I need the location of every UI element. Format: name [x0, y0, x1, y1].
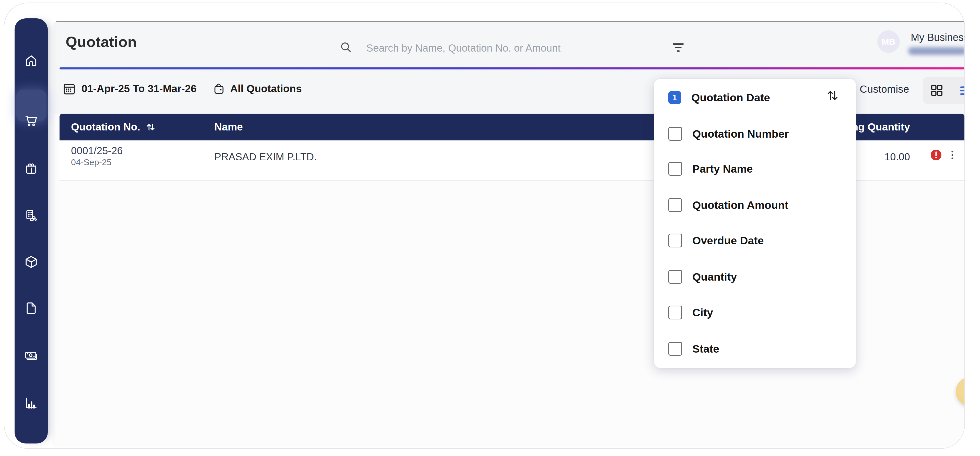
sort-option-quotation-amount[interactable]: Quotation Amount	[668, 193, 842, 217]
list-view-icon[interactable]	[959, 84, 965, 97]
sort-option-quantity[interactable]: Quantity	[668, 265, 842, 289]
sidebar	[14, 18, 48, 443]
gradient-divider	[59, 67, 964, 70]
avatar[interactable]: MB	[877, 30, 900, 53]
business-name: My Business	[911, 32, 965, 43]
sidebar-item-sale[interactable]	[14, 106, 48, 135]
column-header-quotation-no[interactable]: Quotation No.	[71, 114, 157, 140]
sidebar-item-purchase[interactable]	[14, 153, 48, 183]
cell-party-name: PRASAD EXIM P.LTD.	[214, 151, 317, 163]
cash-icon	[24, 348, 38, 363]
quotation-type-icon	[212, 82, 226, 95]
column-header-name[interactable]: Name	[214, 114, 243, 140]
bag-icon	[24, 161, 38, 176]
building-coins-icon	[24, 208, 38, 223]
checkbox[interactable]	[668, 306, 682, 319]
app-window: Quotation MB My Business 01-Apr-25 To 31…	[4, 3, 965, 449]
checkbox[interactable]	[668, 162, 682, 176]
checkbox[interactable]	[668, 127, 682, 141]
calendar-icon	[62, 82, 76, 96]
sort-direction-icon[interactable]	[825, 88, 840, 103]
sort-option-quotation-date[interactable]: 1 Quotation Date	[668, 85, 842, 110]
sort-rank-badge: 1	[668, 91, 681, 104]
checkbox[interactable]	[668, 198, 682, 212]
search-input[interactable]	[366, 39, 643, 57]
cell-quotation-date: 04-Sep-25	[71, 157, 111, 167]
grid-view-icon[interactable]	[930, 83, 944, 97]
quotation-type-filter[interactable]: All Quotations	[230, 83, 302, 95]
sort-icon[interactable]	[145, 121, 157, 133]
sidebar-item-parties[interactable]	[14, 201, 48, 230]
filter-icon[interactable]	[671, 40, 686, 55]
page-title: Quotation	[66, 33, 137, 50]
row-menu-icon[interactable]	[946, 149, 959, 161]
sidebar-item-reports[interactable]	[14, 388, 48, 418]
sidebar-item-documents[interactable]	[14, 293, 48, 323]
cell-pending-quantity: 10.00	[885, 151, 910, 163]
customise-button[interactable]: Customise	[860, 83, 909, 95]
home-icon	[24, 53, 38, 68]
sort-option-city[interactable]: City	[668, 300, 842, 325]
sidebar-item-home[interactable]	[14, 46, 48, 76]
sort-option-party-name[interactable]: Party Name	[668, 157, 842, 181]
bar-chart-icon	[24, 396, 38, 411]
business-contact-redacted	[908, 47, 965, 55]
checkbox[interactable]	[668, 270, 682, 284]
sort-option-state[interactable]: State	[668, 337, 842, 361]
checkbox[interactable]	[668, 342, 682, 356]
checkbox[interactable]	[668, 234, 682, 248]
date-range-filter[interactable]: 01-Apr-25 To 31-Mar-26	[81, 83, 196, 95]
cell-quotation-no: 0001/25-26	[71, 145, 123, 157]
sidebar-item-cash-bank[interactable]	[14, 341, 48, 370]
alert-badge-icon	[930, 149, 942, 161]
package-icon	[24, 254, 38, 269]
cart-icon	[24, 113, 38, 128]
sort-option-overdue-date[interactable]: Overdue Date	[668, 228, 842, 253]
sort-dropdown-menu: 1 Quotation Date Quotation Number Party …	[654, 79, 856, 368]
sort-option-quotation-number[interactable]: Quotation Number	[668, 122, 842, 146]
avatar-initials: MB	[882, 37, 896, 47]
sidebar-item-items[interactable]	[14, 247, 48, 277]
search-icon	[339, 41, 353, 54]
document-icon	[24, 301, 38, 316]
